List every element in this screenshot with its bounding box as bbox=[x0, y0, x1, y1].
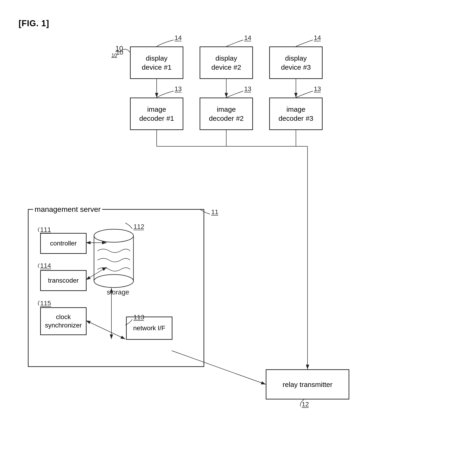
ref-10-underline: 10 bbox=[111, 52, 117, 58]
svg-text:13: 13 bbox=[314, 85, 321, 92]
display-device-1: display device #1 bbox=[130, 46, 183, 79]
display-device-2: display device #2 bbox=[200, 46, 253, 79]
svg-text:12: 12 bbox=[302, 401, 309, 408]
svg-text:13: 13 bbox=[174, 85, 182, 92]
image-decoder-2: image decoder #2 bbox=[200, 98, 253, 130]
svg-text:14: 14 bbox=[174, 34, 182, 41]
svg-text:13: 13 bbox=[244, 85, 251, 92]
image-decoder-3: image decoder #3 bbox=[269, 98, 323, 130]
management-server-box: management server controller transcoder … bbox=[28, 209, 204, 367]
display-device-3: display device #3 bbox=[269, 46, 323, 79]
relay-transmitter-box: relay transmitter bbox=[266, 369, 349, 399]
image-decoder-1: image decoder #1 bbox=[130, 98, 183, 130]
ref-10: 10 bbox=[116, 49, 123, 56]
fig-label: [FIG. 1] bbox=[18, 18, 49, 28]
svg-text:14: 14 bbox=[314, 34, 321, 41]
svg-text:11: 11 bbox=[211, 208, 218, 216]
network-if-box: network I/F bbox=[126, 317, 172, 340]
svg-text:14: 14 bbox=[244, 34, 251, 41]
management-server-label: management server bbox=[33, 205, 102, 214]
transcoder-box: transcoder bbox=[40, 270, 86, 291]
controller-box: controller bbox=[40, 233, 86, 254]
clock-synchronizer-box: clock synchronizer bbox=[40, 307, 86, 335]
